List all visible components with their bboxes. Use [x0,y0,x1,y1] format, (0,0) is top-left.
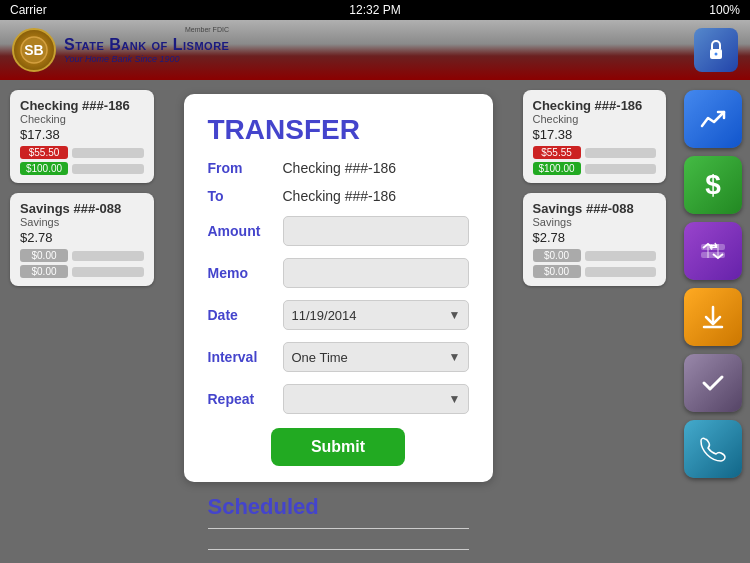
left-checking-balance: $17.38 [20,127,144,142]
memo-label: Memo [208,265,273,281]
repeat-row: Repeat ▼ [208,384,469,414]
scheduled-title: Scheduled [208,494,493,520]
right-checking-bar1-bg [585,148,657,158]
left-checking-bar1-label: $55.50 [20,146,68,159]
left-savings-bars: $0.00 $0.00 [20,249,144,278]
check-icon-button[interactable] [684,354,742,412]
repeat-label: Repeat [208,391,273,407]
left-panel: Checking ###-186 Checking $17.38 $55.50 … [0,80,164,563]
date-select[interactable]: 11/19/2014 [283,300,469,330]
trending-icon-button[interactable] [684,90,742,148]
battery-label: 100% [709,3,740,17]
memo-input[interactable] [283,258,469,288]
top-banner: SB Member FDIC State Bank of Lismore You… [0,20,750,80]
right-savings-bar2-bg [585,267,657,277]
contact-icon-button[interactable] [684,420,742,478]
date-select-wrapper: 11/19/2014 ▼ [283,300,469,330]
to-label: To [208,188,273,204]
right-savings-name: Savings ###-088 [533,201,657,216]
status-bar: Carrier 12:32 PM 100% [0,0,750,20]
right-checking-bar2-row: $100.00 [533,162,657,175]
right-checking-bar1-row: $55.55 [533,146,657,159]
left-savings-bar2-label: $0.00 [20,265,68,278]
scheduled-section: Scheduled [184,482,493,558]
repeat-select-wrapper: ▼ [283,384,469,414]
right-checking-bar2-label: $100.00 [533,162,581,175]
interval-select-wrapper: One Time Weekly Monthly ▼ [283,342,469,372]
transfer-card: TRANSFER From Checking ###-186 To Checki… [184,94,493,482]
left-checking-bar2-bg [72,164,144,174]
date-label: Date [208,307,273,323]
right-savings-type: Savings [533,216,657,228]
fdic-text: Member FDIC [185,26,229,33]
right-checking-name: Checking ###-186 [533,98,657,113]
scheduled-divider-2 [208,549,469,550]
left-savings-name: Savings ###-088 [20,201,144,216]
right-checking-bar2-bg [585,164,657,174]
left-savings-bar1-bg [72,251,144,261]
bank-logo: SB Member FDIC State Bank of Lismore You… [12,28,229,72]
bank-tagline: Your Home Bank Since 1900 [64,54,229,64]
to-row: To Checking ###-186 [208,188,469,204]
right-savings-card[interactable]: Savings ###-088 Savings $2.78 $0.00 $0.0… [523,193,667,286]
download-icon-button[interactable] [684,288,742,346]
left-checking-name: Checking ###-186 [20,98,144,113]
left-savings-bar1-label: $0.00 [20,249,68,262]
left-savings-card[interactable]: Savings ###-088 Savings $2.78 $0.00 $0.0… [10,193,154,286]
center-panel: TRANSFER From Checking ###-186 To Checki… [164,80,513,563]
right-savings-bar2-label: $0.00 [533,265,581,278]
submit-button[interactable]: Submit [271,428,405,466]
date-row: Date 11/19/2014 ▼ [208,300,469,330]
right-checking-type: Checking [533,113,657,125]
right-savings-bar1-row: $0.00 [533,249,657,262]
left-checking-bar2-label: $100.00 [20,162,68,175]
right-savings-bar1-bg [585,251,657,261]
left-checking-bar1-row: $55.50 [20,146,144,159]
left-savings-balance: $2.78 [20,230,144,245]
right-savings-bar1-label: $0.00 [533,249,581,262]
left-savings-bar2-bg [72,267,144,277]
svg-point-3 [715,53,718,56]
main-area: Checking ###-186 Checking $17.38 $55.50 … [0,80,750,563]
interval-select[interactable]: One Time Weekly Monthly [283,342,469,372]
left-savings-type: Savings [20,216,144,228]
svg-text:SB: SB [24,42,43,58]
scheduled-divider-1 [208,528,469,529]
left-checking-card[interactable]: Checking ###-186 Checking $17.38 $55.50 … [10,90,154,183]
left-checking-bars: $55.50 $100.00 [20,146,144,175]
right-checking-bars: $55.55 $100.00 [533,146,657,175]
left-savings-bar2-row: $0.00 [20,265,144,278]
amount-input[interactable] [283,216,469,246]
right-checking-card[interactable]: Checking ###-186 Checking $17.38 $55.55 … [523,90,667,183]
right-checking-bar1-label: $55.55 [533,146,581,159]
to-value: Checking ###-186 [283,188,397,204]
from-label: From [208,160,273,176]
logo-circle: SB [12,28,56,72]
from-row: From Checking ###-186 [208,160,469,176]
left-savings-bar1-row: $0.00 [20,249,144,262]
carrier-label: Carrier [10,3,47,17]
right-savings-balance: $2.78 [533,230,657,245]
amount-row: Amount [208,216,469,246]
right-savings-bar2-row: $0.00 [533,265,657,278]
bank-name: State Bank of Lismore [64,36,229,54]
from-value: Checking ###-186 [283,160,397,176]
interval-row: Interval One Time Weekly Monthly ▼ [208,342,469,372]
right-checking-balance: $17.38 [533,127,657,142]
interval-label: Interval [208,349,273,365]
left-checking-bar1-bg [72,148,144,158]
left-checking-bar2-row: $100.00 [20,162,144,175]
right-accounts-panel: Checking ###-186 Checking $17.38 $55.55 … [513,80,677,563]
right-icon-panel: $ ⇄ [676,80,750,563]
bank-name-block: Member FDIC State Bank of Lismore Your H… [64,36,229,64]
right-savings-bars: $0.00 $0.00 [533,249,657,278]
memo-row: Memo [208,258,469,288]
transfer-icon-button[interactable]: ⇄ [684,222,742,280]
repeat-select[interactable] [283,384,469,414]
amount-label: Amount [208,223,273,239]
dollar-icon-button[interactable]: $ [684,156,742,214]
time-label: 12:32 PM [349,3,400,17]
left-checking-type: Checking [20,113,144,125]
security-icon[interactable] [694,28,738,72]
transfer-title: TRANSFER [208,114,469,146]
